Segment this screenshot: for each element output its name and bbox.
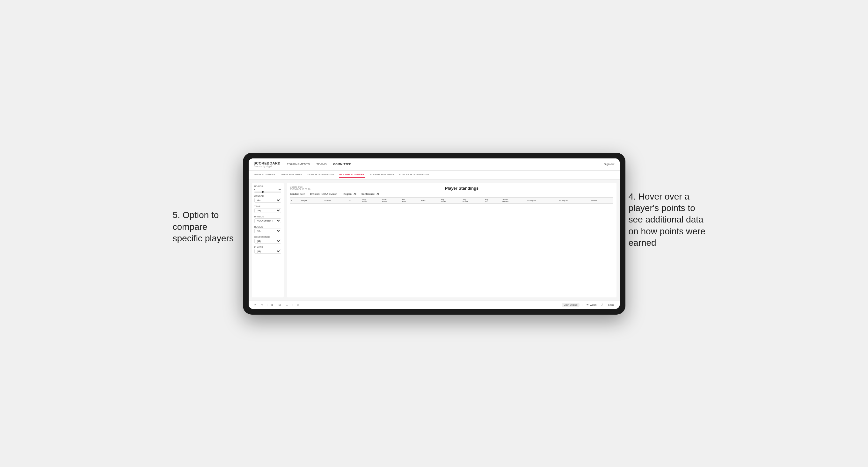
toolbar-share-icon[interactable]: ⤴	[600, 303, 604, 307]
panel-title: Player Standings	[445, 186, 478, 191]
nav-links: TOURNAMENTS TEAMS COMMITTEE	[287, 161, 604, 167]
filters-row: Gender: Men Division: NCAA Division I Re…	[290, 192, 613, 195]
conference-select[interactable]: (All)	[254, 239, 281, 244]
sidebar: No Rds. 4 52 Gender Men	[252, 183, 284, 298]
no-rds-max: 52	[278, 188, 281, 191]
annotation-bottom-left: 5. Option to compare specific players	[173, 210, 240, 244]
year-select[interactable]: (All)	[254, 208, 281, 213]
division-select[interactable]: NCAA Division I	[254, 218, 281, 223]
toolbar-redo[interactable]: ↪	[260, 303, 265, 307]
subnav-team-h2h-heatmap[interactable]: TEAM H2H HEATMAP	[307, 172, 334, 177]
no-rds-slider[interactable]	[254, 192, 281, 192]
sidebar-no-rds: No Rds. 4 52	[254, 185, 281, 192]
nav-committee[interactable]: COMMITTEE	[333, 161, 351, 167]
col-reg-rank: RegRank	[361, 197, 381, 204]
panel-header: Update time: 27/03/2024 16:56:26 Player …	[290, 186, 613, 191]
filter-division: Division: NCAA Division I	[310, 192, 339, 195]
app-header: SCOREBOARD Powered by clippd TOURNAMENTS…	[249, 158, 620, 170]
toolbar-copy[interactable]: ⊞	[270, 303, 275, 307]
filter-region-label: Region:	[343, 192, 352, 195]
filter-conference: Conference: All	[362, 192, 379, 195]
no-rds-min: 4	[254, 188, 256, 191]
conference-label: Conference	[254, 236, 281, 238]
sub-nav: TEAM SUMMARY TEAM H2H GRID TEAM H2H HEAT…	[249, 170, 620, 180]
col-points: Points	[590, 197, 613, 204]
logo-area: SCOREBOARD Powered by clippd	[254, 161, 280, 167]
bottom-toolbar: ↩ ↪ | ⊞ ⊟ … | ⏱ View: Original | 👁 Watch…	[249, 301, 620, 309]
sidebar-gender: Gender Men	[254, 195, 281, 203]
filter-region: Region: All	[343, 192, 356, 195]
sidebar-region: Region N/A	[254, 226, 281, 234]
col-no-rds: NoRds.	[401, 197, 420, 204]
subnav-team-summary[interactable]: TEAM SUMMARY	[254, 172, 276, 177]
nav-tournaments[interactable]: TOURNAMENTS	[287, 161, 310, 167]
subnav-team-h2h-grid[interactable]: TEAM H2H GRID	[280, 172, 302, 177]
col-player: Player	[300, 197, 323, 204]
logo-sub: Powered by clippd	[254, 165, 280, 167]
col-yr: Yr	[348, 197, 361, 204]
toolbar-undo[interactable]: ↩	[252, 303, 257, 307]
sidebar-conference: Conference (All)	[254, 236, 281, 244]
col-overall: OverallRecord	[500, 197, 526, 204]
col-vs-top25: Vs Top 25	[526, 197, 558, 204]
col-adj-score: Adj.Score	[439, 197, 461, 204]
main-content: No Rds. 4 52 Gender Men	[249, 180, 620, 301]
subnav-player-summary[interactable]: PLAYER SUMMARY	[339, 172, 364, 178]
sidebar-year: Year (All)	[254, 205, 281, 213]
filter-gender-value: Men	[300, 192, 305, 195]
update-time: Update time: 27/03/2024 16:56:26	[290, 186, 310, 190]
tablet-device: SCOREBOARD Powered by clippd TOURNAMENTS…	[243, 153, 625, 315]
filter-gender-label: Gender:	[290, 192, 299, 195]
update-time-label: Update time:	[290, 186, 310, 188]
gender-select[interactable]: Men	[254, 198, 281, 203]
update-time-value: 27/03/2024 16:56:26	[290, 188, 310, 190]
player-select[interactable]: (All)	[254, 249, 281, 254]
subnav-player-h2h-grid[interactable]: PLAYER H2H GRID	[370, 172, 394, 177]
toolbar-more[interactable]: …	[285, 303, 290, 307]
filter-region-value: All	[353, 192, 356, 195]
toolbar-paste[interactable]: ⊟	[277, 303, 282, 307]
division-label: Division	[254, 216, 281, 218]
header-sign-out[interactable]: Sign out	[604, 162, 614, 166]
col-avg-sg: AvgSG	[484, 197, 500, 204]
player-label: Player	[254, 246, 281, 248]
gender-label: Gender	[254, 195, 281, 197]
sidebar-division: Division NCAA Division I	[254, 216, 281, 223]
no-rds-label: No Rds.	[254, 185, 281, 187]
col-rank: #	[290, 197, 300, 204]
toolbar-share[interactable]: Share	[607, 303, 616, 307]
col-avg-par: Avgto Par	[461, 197, 484, 204]
toolbar-clock[interactable]: ⏱	[296, 303, 301, 307]
toolbar-view[interactable]: View: Original	[562, 303, 579, 307]
region-label: Region	[254, 226, 281, 228]
filter-conference-label: Conference:	[362, 192, 375, 195]
sidebar-player: Player (All)	[254, 246, 281, 254]
year-label: Year	[254, 205, 281, 208]
nav-teams[interactable]: TEAMS	[316, 161, 327, 167]
col-school: School	[323, 197, 348, 204]
filter-division-value: NCAA Division I	[322, 192, 339, 195]
col-vs-top50: Vs Top 50	[558, 197, 590, 204]
no-rds-row: 4 52	[254, 188, 281, 191]
standings-table: # Player School Yr RegRank ConfRank NoRd…	[290, 197, 613, 204]
logo-text: SCOREBOARD	[254, 161, 280, 165]
filter-conference-value: All	[377, 192, 379, 195]
region-select[interactable]: N/A	[254, 228, 281, 234]
col-wins: Wins	[420, 197, 439, 204]
filter-gender: Gender: Men	[290, 192, 305, 195]
tablet-screen: SCOREBOARD Powered by clippd TOURNAMENTS…	[249, 158, 620, 309]
toolbar-watch[interactable]: 👁 Watch	[585, 303, 598, 307]
filter-division-label: Division:	[310, 192, 320, 195]
subnav-player-h2h-heatmap[interactable]: PLAYER H2H HEATMAP	[399, 172, 429, 177]
col-conf-rank: ConfRank	[381, 197, 401, 204]
main-panel: Update time: 27/03/2024 16:56:26 Player …	[287, 183, 617, 298]
annotation-top-right: 4. Hover over a player's points to see a…	[629, 191, 708, 249]
